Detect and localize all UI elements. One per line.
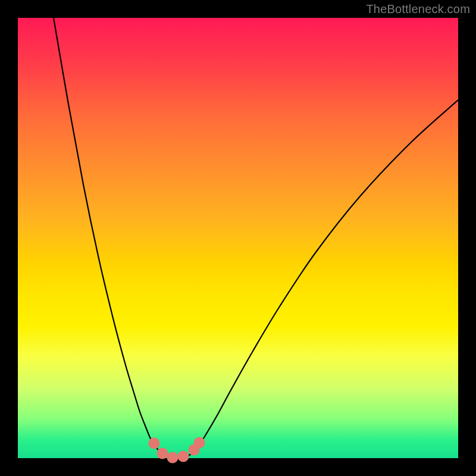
curve-line xyxy=(54,18,458,458)
curve-markers xyxy=(149,437,205,464)
curve-marker xyxy=(194,437,205,449)
curve-marker xyxy=(178,451,189,462)
plot-area xyxy=(18,18,458,458)
curve-marker xyxy=(157,448,168,459)
curve-marker xyxy=(149,438,160,449)
watermark-text: TheBottleneck.com xyxy=(366,2,470,16)
bottleneck-curve xyxy=(18,18,458,458)
curve-marker xyxy=(167,452,178,464)
